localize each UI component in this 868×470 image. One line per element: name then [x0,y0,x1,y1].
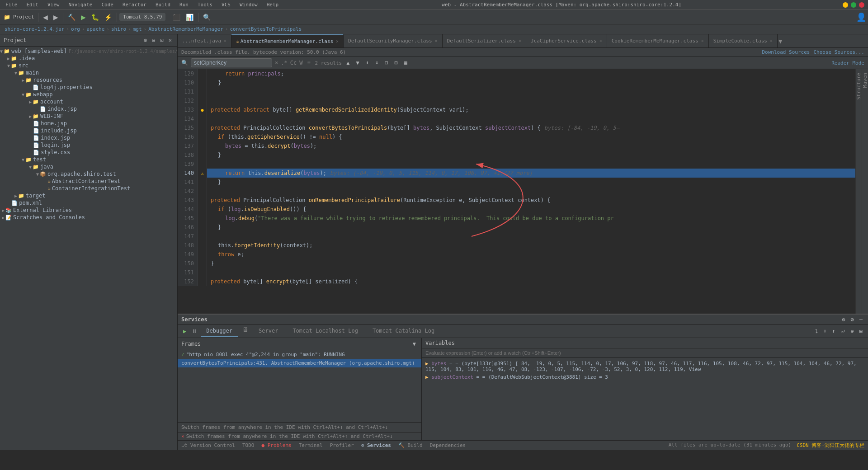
structure-panel[interactable]: Structure [855,69,862,314]
var-expand-bytes[interactable]: ▶ [425,361,431,367]
bc-org[interactable]: org [71,26,80,32]
tab-defaultserial[interactable]: DefaultSerializer.class × [443,34,526,47]
bc-class[interactable]: AbstractRememberMeManager [148,26,223,32]
server-tab[interactable]: Server [253,326,283,337]
avatar-icon[interactable]: 👤 [856,12,866,22]
tab-jcacipher[interactable]: JcaCipherService.class × [526,34,607,47]
sidebar-close[interactable]: ✕ [167,36,174,44]
tab-abstractremembermgr[interactable]: ☕ AbstractRememberMeManager.class × [231,34,344,47]
code-editor[interactable]: 129 130 131 132 133 134 135 136 137 138 … [178,69,855,314]
menu-vcs[interactable]: VCS [220,1,232,9]
menu-code[interactable]: Code [99,1,115,9]
menu-navigate[interactable]: Navigate [67,1,94,9]
search-prev-word[interactable]: ⬆ [364,59,371,67]
csdn-link[interactable]: CSDN 博客·浏阳江大佬的专栏 [797,442,864,449]
search-next[interactable]: ▼ [354,59,361,67]
run-button[interactable]: ▶ [79,11,88,23]
bc-jar[interactable]: shiro-core-1.2.4.jar [5,26,64,32]
profile-button[interactable]: ⚡ [102,11,114,23]
tree-item-login[interactable]: ▶ 📄 login.jsp [0,141,177,149]
coverage-button[interactable]: 📊 [184,11,196,23]
panel-settings[interactable]: ⚙ [840,315,847,324]
menu-run[interactable]: Run [178,1,190,9]
download-sources-link[interactable]: Download Sources [762,49,810,55]
search-word[interactable]: W [299,60,302,66]
debugger-tab[interactable]: Debugger [201,326,238,337]
bc-mgt[interactable]: mgt [133,26,142,32]
build-button[interactable]: 🔨 [66,11,78,23]
debug-resume[interactable]: ▶ [181,327,188,335]
tab-close[interactable]: × [336,39,339,44]
menu-refactor[interactable]: Refactor [121,1,148,9]
eval-expr[interactable]: ⊕ [849,327,856,335]
frames-filter[interactable]: ▼ [411,340,418,348]
search-more[interactable]: ▦ [402,59,409,67]
tab-simplecookie[interactable]: SimpleCookie.class × [709,34,778,47]
tree-item-test[interactable]: ▼ 📁 test [0,156,177,163]
tree-item-main[interactable]: ▼ 📁 main [0,69,177,76]
search-case[interactable]: Cc [290,60,297,66]
tree-item-root[interactable]: ▼ 📁 web [samples-web] F:/javasec-env/shi… [0,47,177,55]
tree-item-style[interactable]: ▶ 📄 style.css [0,149,177,156]
tree-item-abstract-test[interactable]: ▶ ☕ AbstractContainerTest [0,178,177,185]
debug-button[interactable]: 🐛 [89,11,101,23]
dependencies-link[interactable]: Dependencies [430,442,466,448]
maven-panel[interactable]: Maven [862,69,868,314]
tree-item-log4j[interactable]: ▶ 📄 log4j.properties [0,84,177,91]
frame-close[interactable]: × [181,433,184,439]
tree-item-shiro-test-pkg[interactable]: ▼ 📦 org.apache.shiro.test [0,170,177,178]
todo-link[interactable]: TODO [242,442,255,448]
version-control-link[interactable]: ⎇ Version Control [181,442,235,448]
tab-cookieremember[interactable]: CookieRememberMeManager.class × [607,34,709,47]
panel-minimize[interactable]: — [858,315,864,324]
eval-input[interactable] [425,350,864,356]
tree-item-ext-libs[interactable]: ▶ 📚 External Libraries [0,207,177,214]
minimize-button[interactable] [843,2,848,8]
profiler-link[interactable]: Profiler [330,442,354,448]
search-input[interactable] [191,58,272,67]
step-out[interactable]: ⬆ [830,327,837,335]
reader-mode-link[interactable]: Reader Mode [831,60,864,66]
tree-item-target[interactable]: ▶ 📁 target [0,192,177,199]
tree-item-home[interactable]: ▶ 📄 home.jsp [0,120,177,127]
build-link[interactable]: 🔨 Build [398,442,423,448]
search-prev[interactable]: ▲ [344,59,351,67]
tree-item-account-index[interactable]: ▶ 📄 index.jsp [0,105,177,113]
search-clear[interactable]: × [275,60,278,66]
close-button[interactable] [859,2,864,8]
tree-item-container-test[interactable]: ▶ ☕ ContainerIntegrationTest [0,185,177,192]
tomcat-localhost-tab[interactable]: Tomcat Localhost Log [287,326,363,337]
window-controls[interactable] [843,2,864,8]
tomcat-catalina-tab[interactable]: Tomcat Catalina Log [367,326,440,337]
bc-method[interactable]: convertBytesToPrincipals [230,26,302,32]
tab-defaultsecmgr[interactable]: DefaultSecurityManager.class × [344,34,442,47]
maximize-button[interactable] [851,2,856,8]
frame-item-convert[interactable]: convertBytesToPrincipals:431, AbstractRe… [178,359,421,367]
tab-close[interactable]: × [701,38,704,43]
tree-item-pom[interactable]: ▶ 📄 pom.xml [0,199,177,207]
search-next-word[interactable]: ⬇ [373,59,380,67]
frames-icon[interactable]: ⊞ [858,327,864,335]
tab-close[interactable]: × [770,38,773,43]
tree-item-resources[interactable]: ▶ 📁 resources [0,76,177,84]
terminal-link[interactable]: Terminal [299,442,323,448]
tree-item-idea[interactable]: ▶ 📁 .idea [0,55,177,62]
tree-item-include[interactable]: ▶ 📄 include.jsp [0,127,177,134]
search-filter[interactable]: ≡ [305,59,312,67]
search-filter2[interactable]: ⊞ [392,59,399,67]
bc-apache[interactable]: apache [87,26,105,32]
var-expand-subject[interactable]: ▶ [425,374,431,380]
tab-close[interactable]: × [435,38,438,43]
stop-button[interactable]: ⬛ [170,11,183,23]
search-everywhere-button[interactable]: 🔍 [201,11,213,23]
tree-item-java[interactable]: ▼ 📁 java [0,163,177,170]
menu-view[interactable]: View [46,1,61,9]
tabs-overflow[interactable]: ▼ [778,38,782,45]
panel-gear2[interactable]: ⚙ [849,315,856,324]
sidebar-collapse[interactable]: ⊡ [159,36,165,44]
tree-item-scratches[interactable]: ▶ 📝 Scratches and Consoles [0,214,177,221]
sidebar-filter[interactable]: ⊟ [150,36,157,44]
choose-sources-link[interactable]: Choose Sources... [813,49,864,55]
search-regex[interactable]: .* [281,60,287,66]
forward-button[interactable]: ▶ [51,11,61,23]
